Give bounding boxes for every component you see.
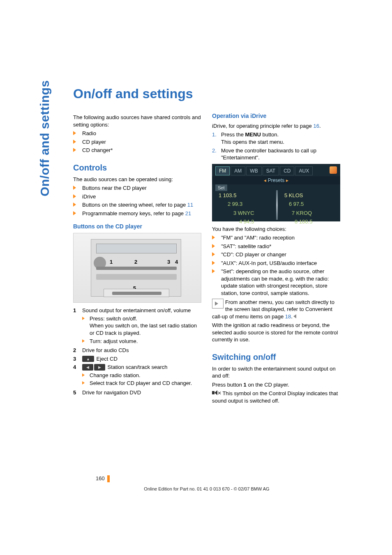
figure-label-3: 3 <box>167 258 170 266</box>
list-item: "SAT": satellite radio* <box>212 243 340 250</box>
page-ref-link[interactable]: 16 <box>313 123 319 129</box>
list-item: Press the MENU button. This opens the st… <box>212 131 340 145</box>
side-tab-label: On/off and settings <box>38 80 52 196</box>
cd-player-figure: 1 2 3 4 5 <box>73 233 201 303</box>
ignition-text: With the ignition at radio readiness or … <box>212 322 340 343</box>
list-item: "CD": CD player or changer <box>212 251 340 258</box>
text: Press the <box>221 131 245 138</box>
text: on the CD player. <box>247 382 289 388</box>
text: From another menu, you can switch direct… <box>212 299 334 320</box>
right-column: Operation via iDrive iDrive, for operati… <box>212 112 340 406</box>
presets-bar: ◂ Presets ▸ <box>212 176 340 184</box>
list-item: "FM" and "AM": radio reception <box>212 234 340 242</box>
list-item: CD player <box>73 138 201 146</box>
page-footer: 160 Online Edition for Part no. 01 41 0 … <box>73 475 340 491</box>
text: . <box>291 313 293 320</box>
figure-label-1: 1 <box>110 258 113 266</box>
list-item: Press: switch on/off. When you switch on… <box>82 315 201 337</box>
tab-am: AM <box>231 166 245 175</box>
next-icon <box>94 364 105 371</box>
station-cell: 5 KLOS <box>274 191 340 200</box>
list-item: Change radio station. <box>82 372 201 379</box>
prev-icon <box>82 364 93 371</box>
legend-num: 5 <box>73 389 82 396</box>
text: Press: switch on/off. <box>90 315 137 322</box>
set-label: Set <box>215 184 227 191</box>
intro-list: Radio CD player CD changer* <box>73 130 201 154</box>
switching-heading: Switching on/off <box>212 352 340 363</box>
controls-heading: Controls <box>73 162 201 173</box>
idrive-steps: Press the MENU button. This opens the st… <box>212 131 340 161</box>
idrive-screenshot: FM AM WB SAT CD AUX ◂ Presets ▸ Set 1 10… <box>212 164 340 221</box>
choices-list: "FM" and "AM": radio reception "SAT": sa… <box>212 234 340 297</box>
tab-wb: WB <box>246 166 261 175</box>
page-ref-link[interactable]: 21 <box>185 210 191 216</box>
cdplayer-heading: Buttons on the CD player <box>73 223 201 230</box>
list-item: Move the controller backwards to call up… <box>212 147 340 161</box>
tab-fm: FM <box>215 166 230 175</box>
text: This symbol on the Control Display indic… <box>212 390 338 404</box>
idrive-lead: iDrive, for operating principle refer to… <box>212 122 340 130</box>
station-cell: 6 97.5 <box>279 200 340 209</box>
page-title: On/off and settings <box>73 86 340 101</box>
text: Programmable memory keys, refer to page <box>82 210 185 216</box>
tab-cd: CD <box>280 166 294 175</box>
station-cell: 3 WNYC <box>224 209 282 218</box>
left-column: The following audio sources have shared … <box>73 112 201 406</box>
text: iDrive, for operating principle refer to… <box>212 123 313 129</box>
legend-text: Drive for audio CDs <box>82 347 201 354</box>
note-paragraph: From another menu, you can switch direct… <box>212 299 340 320</box>
intro-text: The following audio sources have shared … <box>73 114 201 128</box>
tab-aux: AUX <box>295 166 313 175</box>
list-item: Programmable memory keys, refer to page … <box>73 210 201 217</box>
page-ref-link[interactable]: 18 <box>285 313 291 320</box>
legend-text: Station scan/track search <box>106 364 168 370</box>
switching-p1: In order to switch the entertainment sou… <box>212 365 340 380</box>
legend-text: Eject CD <box>95 356 118 362</box>
text: Press button <box>212 382 244 388</box>
list-item: "Set": depending on the audio source, ot… <box>212 268 340 297</box>
station-cell: 4 94.3 <box>229 217 285 226</box>
menu-button-label: MENU <box>245 131 261 138</box>
eject-icon <box>82 356 94 362</box>
text: Buttons on the steering wheel, refer to … <box>82 202 187 208</box>
station-cell: 1 103.5 <box>212 191 274 200</box>
choices-lead: You have the following choices: <box>212 226 340 233</box>
legend-num: 3 <box>73 355 82 363</box>
list-item: iDrive <box>73 193 201 200</box>
page-number: 160 <box>96 475 110 482</box>
text: button. <box>261 131 279 138</box>
list-item: Buttons on the steering wheel, refer to … <box>73 201 201 209</box>
presets-label: Presets <box>268 177 285 183</box>
station-cell: 7 KROQ <box>282 209 340 218</box>
list-item: Select track for CD player and CD change… <box>82 380 201 387</box>
text: When you switch on, the last set radio s… <box>90 322 197 336</box>
tab-sat: SAT <box>263 166 279 175</box>
figure-label-4: 4 <box>175 258 178 266</box>
station-cell: 8 100.5 <box>285 217 340 226</box>
speaker-icon <box>330 166 337 174</box>
legend-text: Sound output for entertainment on/off, v… <box>82 307 191 313</box>
controls-list: Buttons near the CD player iDrive Button… <box>73 184 201 217</box>
text: . <box>319 123 321 129</box>
text: This opens the start menu. <box>221 139 284 145</box>
text: 1 <box>244 382 247 388</box>
end-mark-icon <box>293 314 296 318</box>
mute-icon: ✕ <box>212 390 220 396</box>
idrive-heading: Operation via iDrive <box>212 112 340 120</box>
legend-num: 4 <box>73 364 82 388</box>
figure-label-2: 2 <box>134 258 137 266</box>
switching-p3: ✕ This symbol on the Control Display ind… <box>212 390 340 404</box>
station-cell: 2 99.3 <box>218 200 279 209</box>
page-ref-link[interactable]: 11 <box>187 202 193 208</box>
legend-num: 1 <box>73 307 82 345</box>
legend-num: 2 <box>73 347 82 354</box>
list-item: Turn: adjust volume. <box>82 338 201 345</box>
list-item: Radio <box>73 130 201 137</box>
list-item: "AUX": AUX-In port, USB/audio interface <box>212 260 340 267</box>
legend-text: Drive for navigation DVD <box>82 389 201 396</box>
footer-line: Online Edition for Part no. 01 41 0 013 … <box>73 486 340 491</box>
note-icon <box>212 299 224 309</box>
switching-p2: Press button 1 on the CD player. <box>212 381 340 389</box>
list-item: Buttons near the CD player <box>73 184 201 192</box>
